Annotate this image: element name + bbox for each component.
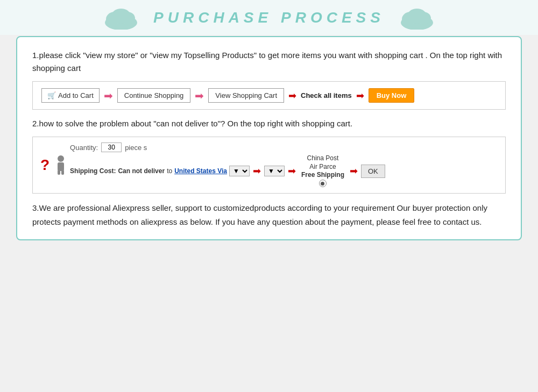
quantity-label: Quantity: (70, 144, 98, 152)
cart-steps-diagram: 🛒 Add to Cart ➡ Continue Shopping ➡ View… (32, 81, 506, 110)
shipping-option-select[interactable]: ▼ (264, 166, 285, 176)
cloud-left-icon (100, 5, 143, 30)
buy-now-label: Buy Now (377, 91, 407, 99)
china-post-box: China Post Air Parce Free Shipping (301, 154, 344, 188)
cloud-right-icon (395, 5, 438, 30)
free-shipping-text: Free Shipping (301, 171, 344, 180)
svg-point-3 (111, 9, 131, 24)
arrow-4-icon: ➡ (356, 90, 364, 102)
cart-icon: 🛒 (47, 91, 56, 99)
continue-shopping-button[interactable]: Continue Shopping (117, 88, 191, 103)
page-header: PURCHASE PROCESS (0, 0, 538, 35)
svg-rect-10 (58, 170, 60, 175)
step3-description: 3.We are professional Aliexpress seller,… (32, 201, 506, 229)
check-all-items-label: Check all items (301, 91, 352, 99)
buy-now-button[interactable]: Buy Now (369, 88, 415, 103)
shipping-diagram: ? Quantity: piece s Shipping Cost: Can n… (32, 137, 506, 194)
step2-description: 2.how to solve the problem about "can no… (32, 117, 506, 130)
destination-link[interactable]: United States Via (174, 167, 227, 175)
shipping-row: Shipping Cost: Can not deliver to United… (70, 154, 385, 188)
arrow-ship-1-icon: ➡ (253, 165, 261, 177)
arrow-3-icon: ➡ (288, 90, 296, 102)
arrow-2-icon: ➡ (195, 89, 204, 102)
main-content-card: 1.please click "view my store" or "view … (16, 36, 522, 240)
step1-description: 1.please click "view my store" or "view … (32, 49, 506, 75)
china-post-line2: Air Parce (309, 163, 336, 172)
cannot-deliver-text: Can not deliver (118, 167, 165, 175)
page-title: PURCHASE PROCESS (143, 9, 395, 26)
view-shopping-cart-button[interactable]: View Shopping Cart (208, 88, 284, 103)
shipping-cost-label: Shipping Cost: (70, 167, 116, 175)
shipping-method-select[interactable]: ▼ (229, 166, 250, 176)
arrow-1-icon: ➡ (104, 89, 113, 102)
add-to-cart-label: Add to Cart (58, 91, 94, 99)
ok-button[interactable]: OK (361, 165, 385, 178)
svg-rect-11 (61, 170, 64, 175)
shipping-info-block: Quantity: piece s Shipping Cost: Can not… (70, 142, 385, 188)
person-icon (55, 155, 67, 175)
add-to-cart-button[interactable]: 🛒 Add to Cart (41, 88, 100, 103)
svg-point-8 (58, 155, 64, 162)
quantity-unit: piece s (125, 144, 147, 152)
continue-shopping-label: Continue Shopping (124, 91, 184, 99)
quantity-input[interactable] (101, 142, 122, 152)
view-shopping-cart-label: View Shopping Cart (215, 91, 277, 99)
svg-rect-9 (58, 162, 64, 171)
quantity-row: Quantity: piece s (70, 142, 385, 152)
to-text: to (167, 167, 172, 175)
ok-button-label: OK (368, 167, 378, 175)
arrow-ship-2-icon: ➡ (288, 165, 296, 177)
arrow-ship-3-icon: ➡ (350, 165, 358, 177)
question-mark-icon: ? (40, 156, 49, 174)
china-post-line1: China Post (307, 154, 339, 163)
radio-icon (319, 180, 327, 188)
svg-point-7 (407, 9, 427, 24)
